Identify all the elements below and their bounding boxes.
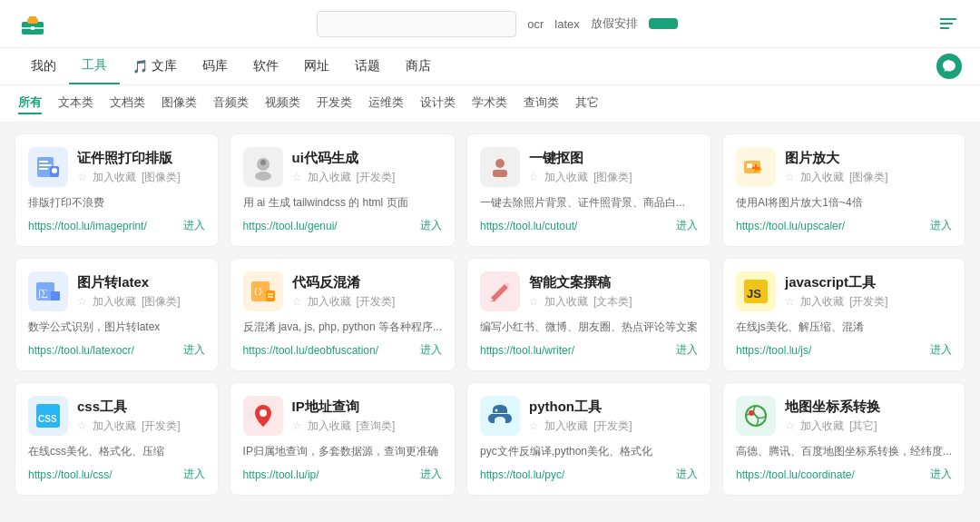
card-footer: https://tool.lu/imageprint/ 进入 bbox=[28, 218, 205, 233]
cat-dev[interactable]: 开发类 bbox=[317, 93, 352, 114]
card-url[interactable]: https://tool.lu/imageprint/ bbox=[28, 220, 147, 232]
enter-button[interactable]: 进入 bbox=[930, 342, 952, 358]
card-desc: 高德、腾讯、百度地图坐标系转换，经纬度... bbox=[736, 443, 952, 459]
add-to-favorites[interactable]: 加入收藏 bbox=[308, 170, 351, 185]
nav-item-software[interactable]: 软件 bbox=[240, 49, 291, 84]
card-meta: ☆ 加入收藏 [开发类] bbox=[292, 294, 442, 310]
chat-icon[interactable] bbox=[936, 54, 962, 79]
card-desc: pyc文件反编译,python美化、格式化 bbox=[480, 443, 698, 459]
card-url[interactable]: https://tool.lu/js/ bbox=[736, 344, 811, 357]
star-icon[interactable]: ☆ bbox=[77, 295, 87, 308]
card-url[interactable]: https://tool.lu/latexocr/ bbox=[28, 344, 134, 357]
logo-icon bbox=[18, 9, 47, 38]
svg-text:∫∑: ∫∑ bbox=[37, 287, 48, 299]
cat-all[interactable]: 所有 bbox=[18, 93, 42, 114]
nav-item-tools[interactable]: 工具 bbox=[69, 48, 120, 84]
card-geo: 地图坐标系转换 ☆ 加入收藏 [其它] 高德、腾讯、百度地图坐标系转换，经纬度.… bbox=[722, 382, 965, 496]
logo bbox=[18, 9, 54, 38]
svg-text:JS: JS bbox=[747, 287, 761, 300]
search-tag-latex[interactable]: latex bbox=[554, 17, 579, 31]
add-to-favorites[interactable]: 加入收藏 bbox=[800, 419, 844, 434]
star-icon[interactable]: ☆ bbox=[77, 419, 87, 432]
cat-audio[interactable]: 音频类 bbox=[213, 93, 249, 114]
enter-button[interactable]: 进入 bbox=[676, 218, 698, 233]
card-writer: 智能文案撰稿 ☆ 加入收藏 [文本类] 编写小红书、微博、朋友圈、热点评论等文案… bbox=[466, 258, 711, 371]
nav-item-url[interactable]: 网址 bbox=[291, 49, 342, 84]
cat-ops[interactable]: 运维类 bbox=[368, 93, 404, 114]
cat-image[interactable]: 图像类 bbox=[162, 93, 197, 114]
enter-button[interactable]: 进入 bbox=[420, 342, 442, 358]
add-to-favorites[interactable]: 加入收藏 bbox=[544, 419, 588, 434]
svg-rect-23 bbox=[51, 291, 60, 300]
add-to-favorites[interactable]: 加入收藏 bbox=[93, 419, 136, 434]
svg-text:CSS: CSS bbox=[38, 414, 57, 424]
search-input[interactable] bbox=[317, 11, 516, 37]
nav-item-shop[interactable]: 商店 bbox=[393, 49, 444, 84]
card-header: 证件照打印排版 ☆ 加入收藏 [图像类] bbox=[28, 147, 205, 187]
enter-button[interactable]: 进入 bbox=[183, 467, 205, 482]
nav-item-code[interactable]: 码库 bbox=[190, 49, 240, 84]
star-icon[interactable]: ☆ bbox=[785, 419, 795, 432]
card-url[interactable]: https://tool.lu/css/ bbox=[28, 468, 113, 481]
card-url[interactable]: https://tool.lu/deobfuscation/ bbox=[243, 344, 378, 357]
card-js: JS javascript工具 ☆ 加入收藏 [开发类] 在线js美化、解压缩、… bbox=[722, 258, 965, 371]
card-footer: https://tool.lu/writer/ 进入 bbox=[480, 342, 698, 358]
star-icon[interactable]: ☆ bbox=[529, 419, 539, 432]
card-desc: 在线js美化、解压缩、混淆 bbox=[736, 319, 952, 335]
add-to-favorites[interactable]: 加入收藏 bbox=[800, 294, 844, 310]
cat-query[interactable]: 查询类 bbox=[524, 93, 559, 114]
card-footer: https://tool.lu/deobfuscation/ 进入 bbox=[243, 342, 442, 358]
enter-button[interactable]: 进入 bbox=[676, 342, 698, 358]
add-to-favorites[interactable]: 加入收藏 bbox=[544, 170, 588, 185]
star-icon[interactable]: ☆ bbox=[529, 171, 539, 183]
card-url[interactable]: https://tool.lu/coordinate/ bbox=[736, 468, 855, 481]
nav-item-library[interactable]: 🎵 文库 bbox=[120, 49, 190, 84]
star-icon[interactable]: ☆ bbox=[529, 295, 539, 308]
card-title: 图片转latex bbox=[77, 274, 205, 291]
cat-design[interactable]: 设计类 bbox=[420, 93, 456, 114]
card-header: 智能文案撰稿 ☆ 加入收藏 [文本类] bbox=[480, 271, 698, 311]
search-tag-holiday[interactable]: 放假安排 bbox=[591, 15, 638, 32]
add-to-favorites[interactable]: 加入收藏 bbox=[93, 170, 136, 185]
card-url[interactable]: https://tool.lu/genui/ bbox=[243, 220, 338, 232]
search-button[interactable] bbox=[649, 18, 678, 29]
card-url[interactable]: https://tool.lu/cutout/ bbox=[480, 220, 577, 232]
add-to-favorites[interactable]: 加入收藏 bbox=[800, 170, 844, 185]
svg-rect-7 bbox=[39, 164, 52, 166]
cat-text[interactable]: 文本类 bbox=[58, 93, 93, 114]
card-meta: ☆ 加入收藏 [查询类] bbox=[292, 419, 442, 434]
cat-doc[interactable]: 文档类 bbox=[110, 93, 145, 114]
main-nav: 我的 工具 🎵 文库 码库 软件 网址 话题 商店 bbox=[0, 48, 980, 85]
star-icon[interactable]: ☆ bbox=[292, 295, 302, 308]
enter-button[interactable]: 进入 bbox=[420, 467, 442, 482]
enter-button[interactable]: 进入 bbox=[420, 218, 442, 233]
cat-other[interactable]: 其它 bbox=[575, 93, 599, 114]
nav-item-mine[interactable]: 我的 bbox=[18, 49, 69, 84]
star-icon[interactable]: ☆ bbox=[785, 295, 795, 308]
star-icon[interactable]: ☆ bbox=[292, 419, 302, 432]
star-icon[interactable]: ☆ bbox=[292, 171, 302, 183]
card-url[interactable]: https://tool.lu/ip/ bbox=[243, 468, 319, 481]
add-to-favorites[interactable]: 加入收藏 bbox=[308, 294, 351, 310]
add-to-favorites[interactable]: 加入收藏 bbox=[308, 419, 351, 434]
add-to-favorites[interactable]: 加入收藏 bbox=[544, 294, 588, 310]
card-title-block: 地图坐标系转换 ☆ 加入收藏 [其它] bbox=[785, 399, 952, 434]
card-title-block: javascript工具 ☆ 加入收藏 [开发类] bbox=[785, 274, 952, 310]
ranking-button[interactable] bbox=[940, 18, 962, 29]
add-to-favorites[interactable]: 加入收藏 bbox=[93, 294, 136, 310]
enter-button[interactable]: 进入 bbox=[183, 342, 205, 358]
star-icon[interactable]: ☆ bbox=[785, 171, 795, 183]
nav-item-topic[interactable]: 话题 bbox=[342, 49, 393, 84]
card-url[interactable]: https://tool.lu/pyc/ bbox=[480, 468, 564, 481]
enter-button[interactable]: 进入 bbox=[183, 218, 205, 233]
search-tag-ocr[interactable]: ocr bbox=[527, 17, 544, 31]
enter-button[interactable]: 进入 bbox=[676, 467, 698, 482]
card-url[interactable]: https://tool.lu/upscaler/ bbox=[736, 220, 845, 232]
star-icon[interactable]: ☆ bbox=[77, 171, 87, 183]
cat-academic[interactable]: 学术类 bbox=[472, 93, 507, 114]
enter-button[interactable]: 进入 bbox=[930, 218, 952, 233]
card-url[interactable]: https://tool.lu/writer/ bbox=[480, 344, 574, 357]
enter-button[interactable]: 进入 bbox=[930, 467, 952, 482]
card-title-block: 代码反混淆 ☆ 加入收藏 [开发类] bbox=[292, 274, 442, 310]
cat-video[interactable]: 视频类 bbox=[265, 93, 300, 114]
